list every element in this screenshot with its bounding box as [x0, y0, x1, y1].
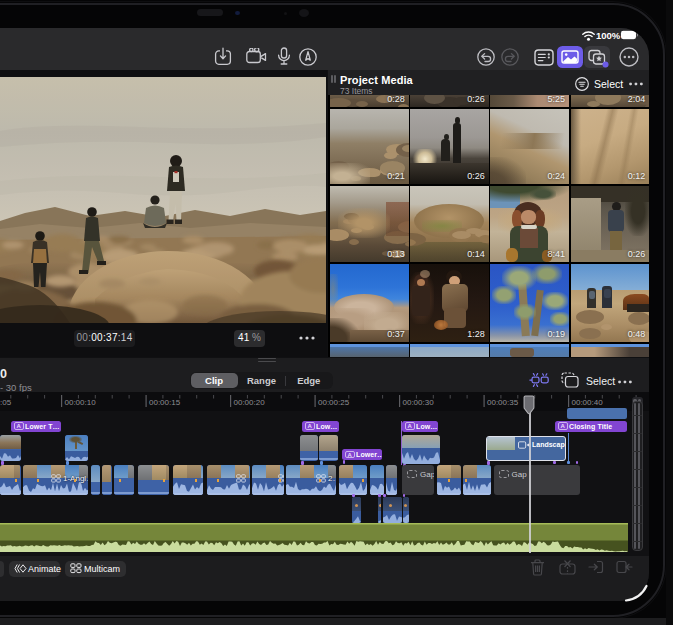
svg-text:00:00:20: 00:00:20	[234, 398, 266, 407]
svg-text:00:00:25: 00:00:25	[318, 398, 350, 407]
svg-text:00:00:30: 00:00:30	[403, 398, 435, 407]
svg-text:00:00:35: 00:00:35	[487, 398, 519, 407]
svg-text:00:00:05: 00:00:05	[0, 398, 12, 407]
svg-text:00:00:15: 00:00:15	[149, 398, 181, 407]
svg-text:00:00:10: 00:00:10	[65, 398, 97, 407]
svg-text:00:00:40: 00:00:40	[572, 398, 604, 407]
